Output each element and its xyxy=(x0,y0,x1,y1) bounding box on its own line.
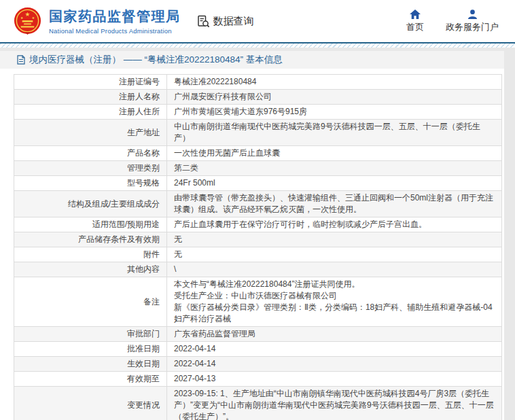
data-query-label: 数据查询 xyxy=(213,15,254,28)
nav-home[interactable]: 首页 xyxy=(406,10,424,33)
table-row: 注册证编号粤械注准20222180484 xyxy=(14,75,502,90)
row-label: 其他内容 xyxy=(14,262,167,277)
hatch-strip xyxy=(0,43,515,48)
row-label: 注册人住所 xyxy=(14,105,167,120)
row-value: 2022-04-14 xyxy=(167,357,502,372)
top-nav: 首页 政务服务门户 xyxy=(406,10,499,33)
row-label: 产品名称 xyxy=(14,146,167,161)
national-emblem-icon: ★ ★ ★ xyxy=(12,6,43,37)
table-row: 注册人名称广州晟安医疗科技有限公司 xyxy=(14,90,502,105)
row-value: 2023-09-15: 1、生产地址由“中山市南朗镇华南现代中医药城科技园4号厂… xyxy=(167,387,502,420)
svg-text:★: ★ xyxy=(20,16,24,19)
table-row: 生产地址中山市南朗街道华南现代中医药城完美路9号沃德科技园一层、五层、十一层（委… xyxy=(14,120,502,146)
row-value: 中山市南朗街道华南现代中医药城完美路9号沃德科技园一层、五层、十一层（委托生产） xyxy=(167,120,502,146)
row-label: 备注 xyxy=(14,277,167,327)
row-value: 24Fr 500ml xyxy=(167,176,502,191)
row-value: 2027-04-13 xyxy=(167,372,502,387)
site-title: 国家药品监督管理局 xyxy=(49,7,181,26)
table-row: 生效日期2022-04-14 xyxy=(14,357,502,372)
row-label: 生效日期 xyxy=(14,357,167,372)
row-value: 一次性使用无菌产后止血球囊 xyxy=(167,146,502,161)
table-row: 变更情况2023-09-15: 1、生产地址由“中山市南朗镇华南现代中医药城科技… xyxy=(14,387,502,420)
row-value: 广州晟安医疗科技有限公司 xyxy=(167,90,502,105)
document-search-icon xyxy=(197,15,210,28)
table-row: 其他内容\ xyxy=(14,262,502,277)
row-label: 注册证编号 xyxy=(14,75,167,90)
table-row: 审批部门广东省药品监督管理局 xyxy=(14,327,502,342)
row-value: 无 xyxy=(167,232,502,247)
row-value: 广东省药品监督管理局 xyxy=(167,327,502,342)
row-value: 第二类 xyxy=(167,161,502,176)
row-value: \ xyxy=(167,262,502,277)
row-label: 型号规格 xyxy=(14,176,167,191)
row-value: 本文件与“粤械注准20222180484”注册证共同使用。 受托生产企业：中山市… xyxy=(167,277,502,327)
table-row: 有效期至2027-04-13 xyxy=(14,372,502,387)
table-row: 产品名称一次性使用无菌产后止血球囊 xyxy=(14,146,502,161)
svg-text:★: ★ xyxy=(25,11,31,18)
svg-text:★: ★ xyxy=(32,16,35,19)
row-value: 广州市黄埔区黄埔大道东976号915房 xyxy=(167,105,502,120)
table-row: 附件无 xyxy=(14,247,502,262)
page-title: 境内医疗器械（注册） —— “粤械注准20222180484” 基本信息 xyxy=(29,54,283,66)
table-row: 批准日期2022-04-14 xyxy=(14,342,502,357)
table-row: 适用范围/预期用途产后止血球囊用于在保守治疗可行时，临时控制或减少产后子宫出血。 xyxy=(14,217,502,232)
site-subtitle: National Medical Products Administration xyxy=(49,27,181,35)
site-title-block: 国家药品监督管理局 National Medical Products Admi… xyxy=(49,7,181,35)
row-label: 适用范围/预期用途 xyxy=(14,217,167,232)
row-value: 无 xyxy=(167,247,502,262)
row-label: 审批部门 xyxy=(14,327,167,342)
row-label: 变更情况 xyxy=(14,387,167,420)
site-header: ★ ★ ★ 国家药品监督管理局 National Medical Product… xyxy=(0,0,515,42)
breadcrumb: 境内医疗器械（注册） —— “粤械注准20222180484” 基本信息 xyxy=(0,51,504,69)
row-value: 产后止血球囊用于在保守治疗可行时，临时控制或减少产后子宫出血。 xyxy=(167,217,502,232)
registration-info-table: 注册证编号粤械注准20222180484注册人名称广州晟安医疗科技有限公司注册人… xyxy=(14,74,502,420)
row-value: 粤械注准20222180484 xyxy=(167,75,502,90)
nav-home-label: 首页 xyxy=(406,21,424,33)
data-query-tab[interactable]: 数据查询 xyxy=(197,15,254,28)
row-value: 2022-04-14 xyxy=(167,342,502,357)
main-content: 境内医疗器械（注册） —— “粤械注准20222180484” 基本信息 注册证… xyxy=(0,51,504,420)
table-row: 管理类别第二类 xyxy=(14,161,502,176)
nav-portal-label: 政务服务门户 xyxy=(446,21,499,33)
site-logo[interactable]: ★ ★ ★ 国家药品监督管理局 National Medical Product… xyxy=(12,6,181,37)
home-icon xyxy=(410,10,421,19)
table-row: 型号规格24Fr 500ml xyxy=(14,176,502,191)
row-label: 批准日期 xyxy=(14,342,167,357)
table-row: 备注本文件与“粤械注准20222180484”注册证共同使用。 受托生产企业：中… xyxy=(14,277,502,327)
table-row: 产品储存条件及有效期无 xyxy=(14,232,502,247)
user-icon xyxy=(467,10,478,19)
table-row: 注册人住所广州市黄埔区黄埔大道东976号915房 xyxy=(14,105,502,120)
row-label: 有效期至 xyxy=(14,372,167,387)
document-icon xyxy=(17,55,25,65)
nav-portal[interactable]: 政务服务门户 xyxy=(446,10,499,33)
row-value: 由带球囊导管（带充盈接头）、快速灌输组件、三通止回阀和一个50ml注射器（用于充… xyxy=(167,191,502,217)
table-row: 结构及组成/主要组成成分由带球囊导管（带充盈接头）、快速灌输组件、三通止回阀和一… xyxy=(14,191,502,217)
row-label: 管理类别 xyxy=(14,161,167,176)
row-label: 产品储存条件及有效期 xyxy=(14,232,167,247)
row-label: 附件 xyxy=(14,247,167,262)
row-label: 结构及组成/主要组成成分 xyxy=(14,191,167,217)
row-label: 生产地址 xyxy=(14,120,167,146)
row-label: 注册人名称 xyxy=(14,90,167,105)
